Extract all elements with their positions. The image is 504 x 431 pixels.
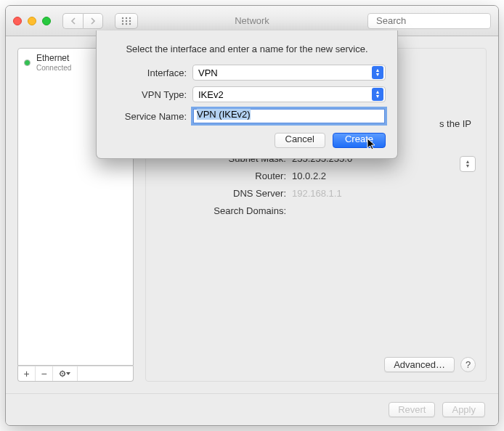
dns-value: 192.168.1.1 — [292, 188, 342, 199]
dns-label: DNS Server: — [159, 188, 286, 199]
svg-point-0 — [122, 17, 123, 18]
servicename-value: VPN (IKEv2) — [197, 109, 251, 120]
status-dot-green-icon — [24, 59, 31, 66]
nav-buttons — [62, 13, 103, 29]
svg-point-4 — [126, 20, 127, 21]
configure-select-arrows[interactable]: ▲ ▼ — [460, 156, 476, 172]
svg-point-2 — [129, 17, 131, 18]
dns-row: DNS Server: 192.168.1.1 — [159, 188, 473, 199]
searchdomains-label: Search Domains: — [159, 205, 286, 216]
vpntype-row: VPN Type: IKEv2 ▲▼ — [108, 86, 386, 102]
sidebar-footer: + − — [17, 366, 134, 382]
vpntype-value: IKEv2 — [198, 89, 224, 100]
select-arrows-icon: ▲▼ — [372, 66, 383, 79]
remove-service-button[interactable]: − — [36, 366, 53, 381]
traffic-lights — [13, 17, 51, 25]
back-button[interactable] — [62, 13, 83, 29]
select-arrows-icon: ▲▼ — [372, 88, 383, 101]
svg-point-3 — [122, 20, 123, 21]
service-status: Connected — [36, 64, 71, 72]
show-all-button[interactable] — [115, 13, 138, 29]
router-label: Router: — [159, 171, 286, 181]
svg-point-8 — [129, 22, 131, 24]
create-button[interactable]: Create — [333, 133, 386, 148]
chevron-left-icon — [70, 17, 76, 25]
interface-label: Interface: — [108, 67, 187, 78]
svg-point-1 — [126, 17, 127, 18]
grid-icon — [121, 17, 131, 25]
plus-icon: + — [23, 368, 29, 379]
servicename-label: Service Name: — [108, 111, 187, 122]
servicename-input[interactable]: VPN (IKEv2) — [192, 108, 386, 124]
chevron-down-icon: ▼ — [466, 164, 471, 168]
interface-value: VPN — [198, 67, 218, 78]
sheet-prompt: Select the interface and enter a name fo… — [108, 44, 386, 54]
vpntype-select[interactable]: IKEv2 ▲▼ — [192, 86, 386, 102]
minimize-window-button[interactable] — [28, 17, 36, 25]
new-service-sheet: Select the interface and enter a name fo… — [96, 30, 398, 159]
search-input[interactable] — [376, 15, 498, 26]
router-value: 10.0.2.2 — [292, 171, 326, 181]
svg-point-12 — [62, 373, 63, 374]
cancel-button[interactable]: Cancel — [275, 133, 325, 148]
add-service-button[interactable]: + — [18, 366, 36, 381]
minus-icon: − — [41, 368, 46, 379]
search-field[interactable] — [367, 13, 491, 29]
interface-select[interactable]: VPN ▲▼ — [192, 65, 386, 81]
servicename-row: Service Name: VPN (IKEv2) — [108, 108, 386, 124]
service-actions-button[interactable] — [53, 366, 78, 381]
service-name: Ethernet — [36, 53, 71, 63]
zoom-window-button[interactable] — [42, 17, 51, 25]
vpntype-label: VPN Type: — [108, 89, 187, 100]
sheet-buttons: Cancel Create — [108, 133, 386, 148]
help-button[interactable]: ? — [460, 357, 476, 372]
footer: Revert Apply — [6, 393, 498, 425]
searchdomains-row: Search Domains: — [159, 205, 473, 216]
svg-point-6 — [122, 22, 123, 24]
revert-button[interactable]: Revert — [389, 402, 435, 417]
interface-row: Interface: VPN ▲▼ — [108, 65, 386, 81]
chevron-right-icon — [90, 17, 96, 25]
apply-button[interactable]: Apply — [442, 402, 485, 417]
status-text-fragment: s the IP — [439, 118, 471, 129]
gear-dropdown-icon — [58, 369, 73, 378]
router-row: Router: 10.0.2.2 — [159, 171, 473, 181]
advanced-button[interactable]: Advanced… — [384, 357, 455, 372]
network-preferences-window: Network Ethernet Connected + — [5, 5, 499, 426]
svg-point-7 — [126, 22, 127, 24]
advanced-row: Advanced… ? — [384, 357, 476, 372]
close-window-button[interactable] — [13, 17, 22, 25]
forward-button[interactable] — [83, 13, 103, 29]
service-text: Ethernet Connected — [36, 53, 71, 72]
svg-point-5 — [129, 20, 131, 21]
